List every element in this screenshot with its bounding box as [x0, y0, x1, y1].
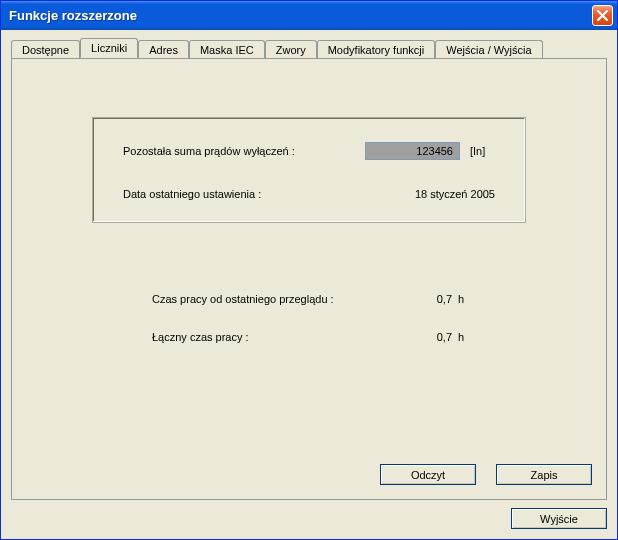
since-unit: h: [452, 293, 472, 305]
last-set-value: 18 styczeń 2005: [365, 188, 495, 200]
remaining-row: Pozostała suma prądów wyłączeń : 123456 …: [123, 142, 495, 160]
since-value: 0,7: [402, 293, 452, 305]
window-title: Funkcje rozszerzone: [9, 8, 137, 23]
exit-button[interactable]: Wyjście: [511, 508, 607, 529]
stats-section: Czas pracy od ostatniego przeglądu : 0,7…: [32, 293, 586, 343]
read-button[interactable]: Odczyt: [380, 464, 476, 485]
tab-modyfikatory[interactable]: Modyfikatory funkcji: [317, 40, 436, 58]
total-row: Łączny czas pracy : 0,7 h: [92, 331, 526, 343]
last-set-row: Data ostatniego ustawienia : 18 styczeń …: [123, 188, 495, 200]
since-label: Czas pracy od ostatniego przeglądu :: [152, 293, 402, 305]
tab-dostepne[interactable]: Dostępne: [11, 40, 80, 58]
x-icon: [597, 10, 608, 21]
write-button[interactable]: Zapis: [496, 464, 592, 485]
remaining-unit: [In]: [470, 145, 495, 157]
tab-zwory[interactable]: Zwory: [265, 40, 317, 58]
remaining-label: Pozostała suma prądów wyłączeń :: [123, 145, 365, 157]
title-bar: Funkcje rozszerzone: [1, 1, 617, 30]
summary-group: Pozostała suma prądów wyłączeń : 123456 …: [92, 117, 526, 223]
tab-panel-liczniki: Pozostała suma prądów wyłączeń : 123456 …: [11, 58, 607, 500]
client-area: Dostępne Liczniki Adres Maska IEC Zwory …: [1, 30, 617, 539]
tab-wejscia-wyjscia[interactable]: Wejścia / Wyjścia: [435, 40, 542, 58]
total-unit: h: [452, 331, 472, 343]
remaining-value-field[interactable]: 123456: [365, 142, 460, 160]
tab-strip: Dostępne Liczniki Adres Maska IEC Zwory …: [11, 38, 607, 58]
close-icon[interactable]: [592, 5, 613, 26]
tab-liczniki[interactable]: Liczniki: [80, 38, 138, 58]
panel-button-row: Odczyt Zapis: [380, 464, 592, 485]
tab-maska-iec[interactable]: Maska IEC: [189, 40, 265, 58]
last-set-label: Data ostatniego ustawienia :: [123, 188, 365, 200]
dialog-window: Funkcje rozszerzone Dostępne Liczniki Ad…: [0, 0, 618, 540]
dialog-button-row: Wyjście: [11, 500, 607, 529]
since-row: Czas pracy od ostatniego przeglądu : 0,7…: [92, 293, 526, 305]
tab-adres[interactable]: Adres: [138, 40, 189, 58]
total-value: 0,7: [402, 331, 452, 343]
total-label: Łączny czas pracy :: [152, 331, 402, 343]
